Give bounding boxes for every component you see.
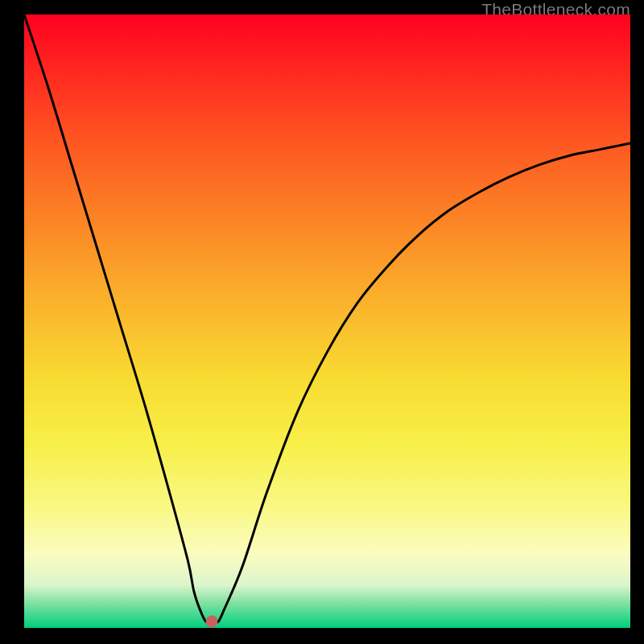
optimal-point-marker	[206, 616, 218, 628]
chart-root: TheBottleneck.com	[0, 0, 644, 644]
bottleneck-curve	[24, 14, 630, 628]
plot-area	[24, 14, 630, 628]
